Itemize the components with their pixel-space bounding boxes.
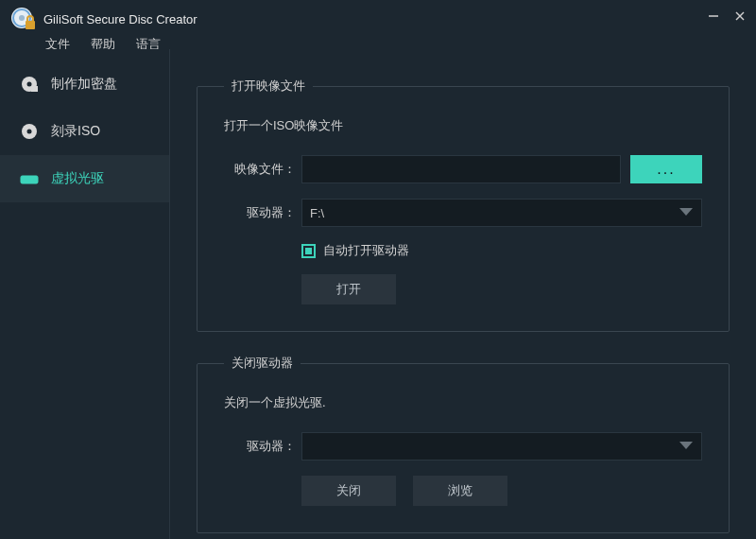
sidebar-item-burn-iso[interactable]: 刻录ISO — [0, 108, 169, 155]
open-drive-label: 驱动器： — [224, 204, 301, 221]
auto-open-checkbox[interactable] — [301, 244, 316, 258]
sidebar-item-label: 虚拟光驱 — [51, 170, 104, 187]
sidebar-item-label: 制作加密盘 — [51, 76, 117, 93]
open-button[interactable]: 打开 — [301, 274, 396, 304]
close-drive-button[interactable]: 关闭 — [301, 476, 396, 506]
browse-image-button[interactable]: ... — [630, 155, 702, 183]
svg-rect-9 — [31, 86, 38, 92]
auto-open-label: 自动打开驱动器 — [323, 242, 409, 259]
svg-point-2 — [19, 15, 25, 21]
close-drive-label: 驱动器： — [224, 438, 301, 455]
close-drive-description: 关闭一个虚拟光驱. — [224, 394, 702, 411]
titlebar: GiliSoft Secure Disc Creator 文件 帮助 语言 — [0, 0, 756, 49]
app-title: GiliSoft Secure Disc Creator — [43, 12, 198, 26]
close-button[interactable] — [733, 9, 747, 26]
image-file-label: 映像文件： — [224, 161, 301, 178]
open-drive-value: F:\ — [310, 206, 324, 220]
svg-point-11 — [27, 130, 32, 134]
close-drive-legend: 关闭驱动器 — [224, 355, 301, 372]
open-drive-select[interactable]: F:\ — [301, 199, 702, 227]
browse-drive-button[interactable]: 浏览 — [413, 476, 507, 506]
sidebar: 制作加密盘 刻录ISO 虚拟光驱 — [0, 49, 170, 539]
image-file-input[interactable] — [301, 155, 621, 183]
sidebar-item-label: 刻录ISO — [51, 123, 100, 140]
minimize-button[interactable] — [707, 9, 720, 26]
open-image-groupbox: 打开映像文件 打开一个ISO映像文件 映像文件： ... 驱动器： F:\ — [197, 78, 730, 332]
app-icon — [9, 6, 36, 32]
svg-rect-3 — [26, 21, 35, 29]
open-image-description: 打开一个ISO映像文件 — [224, 117, 702, 134]
svg-point-13 — [34, 179, 37, 182]
content-area: 打开映像文件 打开一个ISO映像文件 映像文件： ... 驱动器： F:\ — [170, 49, 756, 539]
svg-point-8 — [27, 82, 32, 87]
open-image-legend: 打开映像文件 — [224, 78, 313, 95]
close-drive-select[interactable] — [301, 432, 702, 461]
close-drive-groupbox: 关闭驱动器 关闭一个虚拟光驱. 驱动器： 关闭 浏览 — [197, 355, 730, 533]
disc-lock-icon — [19, 74, 40, 95]
disc-burn-icon — [19, 121, 40, 142]
sidebar-item-create-encrypted-disc[interactable]: 制作加密盘 — [0, 61, 169, 108]
sidebar-item-virtual-drive[interactable]: 虚拟光驱 — [0, 155, 169, 202]
drive-icon — [19, 168, 40, 189]
